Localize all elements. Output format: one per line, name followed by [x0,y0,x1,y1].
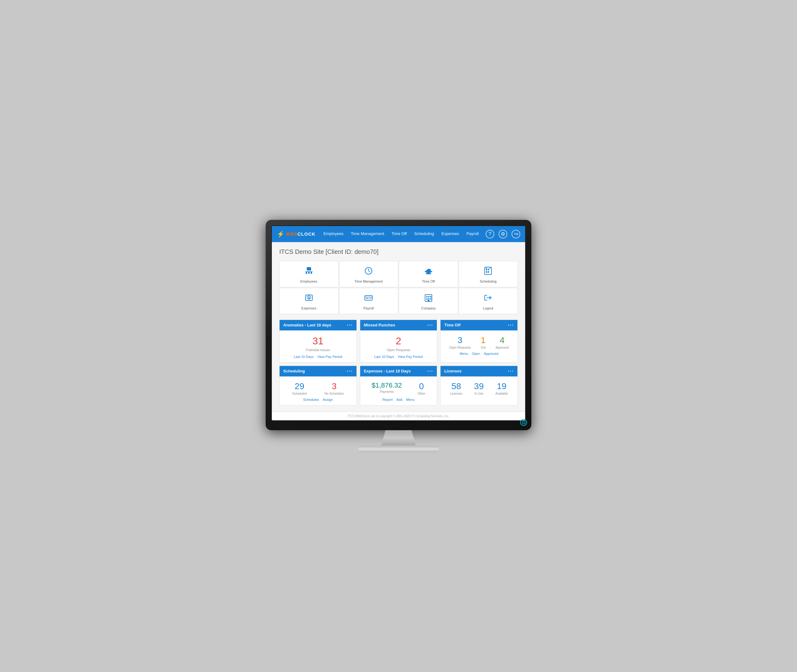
time-off-approved-link[interactable]: Approved [484,352,498,355]
time-off-menu-link[interactable]: Menu [460,352,468,355]
tile-time-management-label: Time Management [355,280,383,283]
scheduling-numbers: 29 Scheduled 3 No Schedules [283,381,353,395]
svg-rect-22 [366,298,368,299]
missed-punches-title: Missed Punches [364,323,395,327]
time-off-open-requests-number: 3 [458,335,463,345]
time-off-icon [424,266,433,278]
expenses-icon: $ [304,293,314,304]
missed-punches-payperiod-link[interactable]: View Pay Period [398,355,423,358]
logo-area[interactable]: ⚡ WebClock [277,230,315,238]
power-button[interactable]: ⏻ [520,419,527,426]
tile-payroll-label: Payroll [363,306,374,310]
monitor-screen: ⚡ WebClock Employees Time Management Tim… [271,226,526,421]
scheduling-header: Scheduling ··· [280,366,357,376]
svg-rect-28 [426,298,427,299]
time-off-open-requests-label: Open Requests [449,346,471,349]
logout-icon[interactable]: ↪ [512,230,520,238]
time-off-open-link[interactable]: Open [472,352,480,355]
svg-rect-29 [428,298,429,299]
tile-logout[interactable]: Logout [459,288,518,314]
scheduling-widget: Scheduling ··· 29 Scheduled [279,366,357,405]
tile-time-off-label: Time Off [422,280,435,283]
tile-expenses[interactable]: $ Expenses [279,288,339,314]
nav-time-management[interactable]: Time Management [350,230,385,238]
tile-payroll[interactable]: Payroll [339,288,398,314]
time-off-header: Time Off ··· [440,320,517,330]
app-container: ⚡ WebClock Employees Time Management Tim… [272,226,525,420]
time-off-out-number: 1 [481,335,486,345]
page-title: ITCS Demo Site [Client ID: demo70] [279,248,518,255]
time-off-title: Time Off [444,323,461,327]
licenses-total-label: Licenses [450,392,462,395]
anomalies-header: Anomalies - Last 10 days ··· [280,320,357,330]
app-footer: ITCS WebClock use & copyright © 2001-202… [272,412,525,420]
tile-time-management[interactable]: Time Management [339,261,398,287]
employees-icon [304,266,314,278]
help-icon[interactable]: ? [486,230,494,238]
time-off-menu[interactable]: ··· [508,322,514,328]
svg-rect-30 [430,298,431,299]
svg-rect-4 [311,272,312,274]
scheduling-schedules-link[interactable]: Schedules [303,398,319,402]
expenses-body: $1,876.32 Payments 0 Other Repo [360,376,437,405]
scheduling-scheduled: 29 Scheduled [292,381,307,395]
svg-rect-16 [486,267,487,269]
licenses-available-label: Available [496,392,508,395]
licenses-body: 58 Licenses 39 In Use 19 [440,376,517,401]
scheduling-scheduled-label: Scheduled [292,392,307,395]
scheduling-body: 29 Scheduled 3 No Schedules Sch [280,376,357,405]
logo-text: WebClock [286,231,315,237]
anomalies-payperiod-link[interactable]: View Pay Period [317,355,342,358]
time-management-icon [364,266,373,278]
svg-rect-0 [307,267,311,270]
expenses-menu[interactable]: ··· [427,368,433,374]
monitor-stand-base [358,446,439,453]
licenses-widget: Licenses ··· 58 Licenses [440,366,518,405]
licenses-available: 19 Available [496,381,508,395]
svg-rect-3 [308,272,309,274]
time-off-approved: 4 Approved [496,335,509,349]
expenses-numbers: $1,876.32 Payments 0 Other [364,381,434,395]
svg-rect-20 [365,296,372,300]
tile-employees[interactable]: Employees [279,261,339,287]
scheduling-scheduled-number: 29 [295,381,304,391]
nav-expenses[interactable]: Expenses [441,230,460,238]
expenses-payments-number: $1,876.32 [371,381,402,389]
svg-rect-14 [488,271,489,273]
time-off-widget: Time Off ··· 3 Open Requests [440,320,518,363]
nav-payroll[interactable]: Payroll [466,230,479,238]
time-off-numbers: 3 Open Requests 1 Out 4 [444,335,514,349]
anomalies-last10-link[interactable]: Last 10 Days [294,355,314,358]
anomalies-menu[interactable]: ··· [347,322,352,328]
svg-line-7 [368,271,370,272]
expenses-add-link[interactable]: Add [396,398,403,402]
licenses-title: Licenses [444,369,461,373]
missed-punches-label: Open Requests [364,348,434,352]
tile-company[interactable]: Company [399,288,458,314]
tile-scheduling[interactable]: Scheduling [459,261,518,287]
time-off-approved-label: Approved [496,346,509,349]
expenses-title: Expenses - Last 10 Days [364,369,411,373]
logout-tile-icon [483,293,493,304]
expenses-payments: $1,876.32 Payments [371,381,402,395]
missed-punches-menu[interactable]: ··· [427,322,433,328]
licenses-available-number: 19 [497,381,506,391]
licenses-menu[interactable]: ··· [508,368,514,374]
licenses-total-number: 58 [451,381,461,391]
logo-icon: ⚡ [277,230,285,238]
expenses-report-link[interactable]: Report [382,398,393,402]
nav-time-off[interactable]: Time Off [391,230,408,238]
svg-rect-13 [486,271,487,273]
svg-rect-26 [428,296,429,298]
scheduling-menu[interactable]: ··· [347,368,352,374]
time-off-open-requests: 3 Open Requests [449,335,471,349]
settings-icon[interactable]: ⚙ [499,230,507,238]
time-off-body: 3 Open Requests 1 Out 4 [440,330,517,359]
expenses-menu-link[interactable]: Menu [406,398,415,402]
tile-time-off[interactable]: Time Off [399,261,458,287]
nav-employees[interactable]: Employees [323,230,344,238]
nav-scheduling[interactable]: Scheduling [414,230,435,238]
missed-punches-last10-link[interactable]: Last 10 Days [374,355,394,358]
anomalies-body: 31 Potential Issues Last 10 Days View Pa… [280,330,357,362]
scheduling-assign-link[interactable]: Assign [323,398,333,402]
